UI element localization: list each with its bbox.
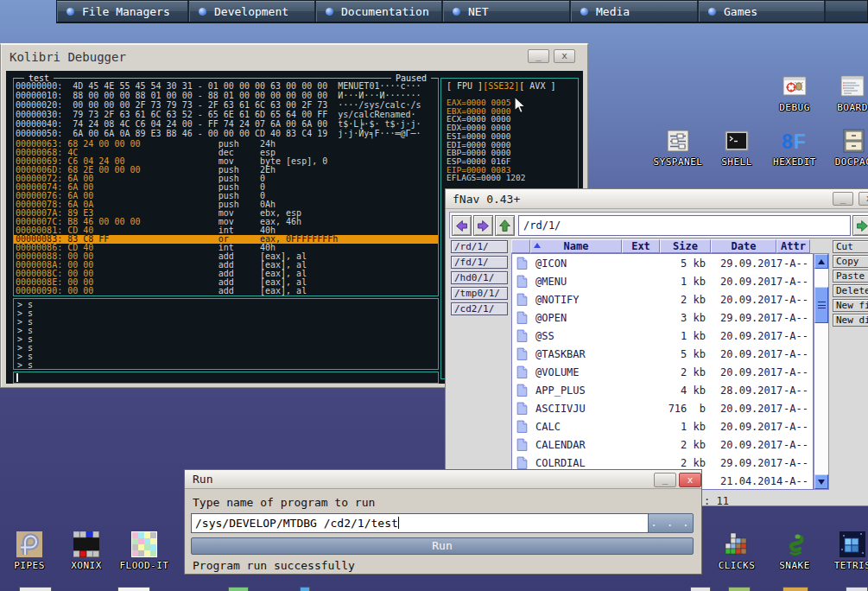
table-row[interactable]: @TASKBAR5 kb20.09.2017-A-- [512, 345, 813, 363]
file-size: 5 kb [656, 257, 706, 270]
desktop-icon-label: DOCPAC [826, 156, 868, 168]
table-row[interactable]: @SS1 kb20.09.2017-A-- [512, 327, 813, 345]
debug-icon [782, 73, 808, 99]
desktop-icon-syspanel[interactable]: SYSPANEL [650, 128, 706, 168]
syspanel-icon [665, 128, 691, 154]
file-date: 20.09.2017 [720, 366, 782, 378]
run-button[interactable]: Run [191, 537, 694, 555]
desktop-icon-debug[interactable]: DEBUG [767, 73, 822, 113]
desktop-icon-floodit[interactable]: FLOOD-IT [117, 531, 172, 571]
file-manager-titlebar[interactable]: fNav 0.43+ _ x [446, 189, 868, 209]
scrollbar-thumb[interactable] [814, 287, 828, 323]
header-icon-cell[interactable] [511, 239, 530, 253]
table-row[interactable]: APP_PLUS4 kb28.09.2017-A-- [512, 381, 813, 399]
column-header-size[interactable]: Size [660, 239, 711, 253]
place-button--tmp0-1-[interactable]: /tmp0/1/ [451, 287, 508, 300]
file-attr: -A-- [783, 403, 808, 415]
hex-dump-line: 00000050: 6A 00 6A 0A 89 E3 B8 46 - 00 0… [16, 129, 421, 138]
scroll-down-button[interactable] [814, 474, 828, 489]
desktop-icon-snake[interactable]: SNAKE [767, 531, 822, 571]
partial-desktop-icon [690, 587, 711, 591]
table-row[interactable]: @OPEN3 kb29.09.2017-A-- [512, 308, 813, 327]
debugger-command-input[interactable] [13, 372, 439, 384]
table-row[interactable]: CALC1 kb20.09.2017-A-- [512, 417, 813, 435]
address-bar[interactable]: /rd/1/ [518, 215, 851, 236]
taskbar-item-development[interactable]: Development [189, 1, 316, 22]
desktop-icon-hexedit[interactable]: 8FHEXEDIT [767, 128, 822, 168]
scroll-up-button[interactable] [814, 254, 828, 269]
taskbar-item-label: Media [596, 5, 630, 18]
column-header-attr[interactable]: Attr [776, 239, 810, 253]
menu-item-cut[interactable]: Cut [833, 240, 868, 253]
browse-button[interactable]: . . . [648, 513, 694, 533]
run-minimize-button[interactable]: _ [654, 473, 676, 487]
forward-button[interactable] [473, 215, 493, 236]
file-attr: -A-- [783, 312, 808, 324]
debugger-code-pane[interactable]: test Paused 00000000: 4D 45 4E 55 45 54 … [13, 78, 439, 296]
table-row[interactable]: @VOLUME2 kb20.09.2017-A-- [512, 363, 813, 381]
menu-dot-icon [326, 8, 333, 16]
partial-desktop-icon [19, 587, 52, 591]
place-button--hd0-1-[interactable]: /hd0/1/ [451, 271, 508, 284]
desktop-icon-tetris[interactable]: TETRIS [825, 531, 868, 571]
desktop-icon-label: BOARD [825, 102, 868, 113]
menu-dot-icon [708, 8, 716, 16]
run-prompt-label: Type name of program to run [193, 496, 375, 509]
column-header-date[interactable]: Date [711, 239, 776, 253]
table-row[interactable]: @NOTIFY2 kb20.09.2017-A-- [512, 290, 813, 308]
disassembly-line[interactable]: 00000090: 00 00 add [eax], al [14, 287, 438, 296]
taskbar-item-media[interactable]: Media [571, 1, 699, 22]
taskbar-item-documentation[interactable]: Documentation [316, 1, 443, 22]
column-header-ext[interactable]: Ext [622, 239, 660, 253]
desktop-icon-docpac[interactable]: DOCPAC [826, 128, 868, 168]
disassembly-listing[interactable]: 00000063: 68 24 00 00 00 push 24h0000006… [14, 140, 438, 296]
desktop-icon-xonix[interactable]: XONIX [59, 531, 114, 571]
taskbar-item-games[interactable]: Games [699, 1, 826, 22]
table-row[interactable]: ASCIIVJU716 b20.09.2017-A-- [512, 399, 813, 417]
desktop-icon-shell[interactable]: SHELL [709, 128, 764, 168]
taskbar-item-file-managers[interactable]: File Managers [57, 1, 189, 22]
place-button--fd-1-[interactable]: /fd/1/ [451, 256, 508, 269]
desktop-icon-board[interactable]: BOARD [825, 73, 868, 113]
desktop-icon-pipes[interactable]: PIPES [2, 531, 57, 571]
up-button[interactable] [495, 215, 515, 236]
back-button[interactable] [452, 215, 472, 236]
fnav-close-button[interactable]: x [858, 192, 868, 206]
menu-item-new-fil[interactable]: New fil [833, 299, 868, 312]
desktop-icon-label: HEXEDIT [767, 156, 822, 168]
desktop-icon-clicks[interactable]: CLICKS [709, 531, 764, 571]
place-button--cd2-1-[interactable]: /cd2/1/ [451, 302, 508, 315]
desktop: File ManagersDevelopmentDocumentationNET… [0, 0, 868, 591]
partial-desktop-icon [846, 587, 868, 591]
file-list-scrollbar[interactable] [814, 253, 829, 490]
file-size: 3 kb [656, 312, 706, 324]
column-header-name[interactable]: Name [530, 239, 622, 253]
taskbar-empty-area [826, 1, 867, 22]
taskbar-item-net[interactable]: NET [443, 1, 571, 22]
menu-item-delete[interactable]: Delete [833, 284, 868, 297]
register-tab--avx-[interactable]: [ AVX ] [519, 81, 555, 91]
place-button--rd-1-[interactable]: /rd/1/ [451, 240, 508, 253]
run-dialog-titlebar[interactable]: Run _ x [185, 470, 701, 489]
table-row[interactable]: @ICON5 kb29.09.2017-A-- [512, 254, 813, 272]
run-close-button[interactable]: x [679, 473, 701, 487]
fnav-minimize-button[interactable]: _ [833, 192, 853, 206]
debugger-console: > s> s> s> s> s> s> s> s [13, 298, 439, 370]
table-row[interactable]: @MENU1 kb20.09.2017-A-- [512, 272, 813, 290]
run-command-input[interactable]: /sys/DEVELOP/MTDBG /cd2/1/test [191, 513, 649, 533]
file-icon [516, 365, 528, 378]
file-date: 20.09.2017 [720, 439, 782, 451]
debugger-close-button[interactable]: x [554, 49, 575, 63]
menu-item-copy[interactable]: Copy [833, 255, 868, 268]
go-button[interactable] [852, 215, 868, 236]
file-attr: -A-- [783, 457, 808, 469]
debugger-minimize-button[interactable]: _ [528, 49, 549, 63]
menu-item-new-dir[interactable]: New dir [833, 314, 868, 327]
table-row[interactable]: CALENDAR2 kb20.09.2017-A-- [512, 435, 813, 454]
register-tabs[interactable]: [ FPU ][SSE32][ AVX ] [447, 81, 555, 91]
file-attr: -A-- [783, 294, 808, 306]
file-date: 20.09.2017 [720, 348, 782, 360]
menu-item-paste[interactable]: Paste [833, 270, 868, 283]
register-tab--sse32-[interactable]: [SSE32] [483, 81, 519, 91]
register-tab--fpu-[interactable]: [ FPU ] [447, 81, 483, 91]
